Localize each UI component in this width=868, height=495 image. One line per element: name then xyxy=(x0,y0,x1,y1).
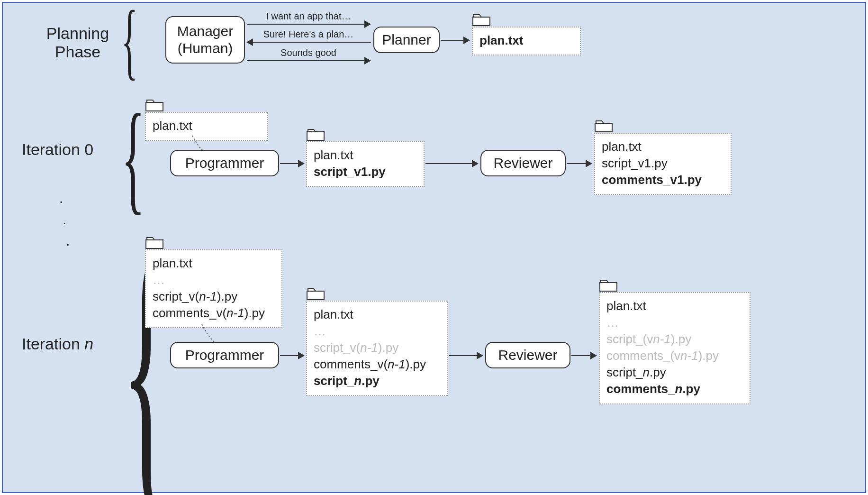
f2: … xyxy=(314,324,326,338)
node-programmer-0: Programmer xyxy=(170,150,279,176)
arrow-msg3-head xyxy=(364,57,371,64)
file-plan-txt: plan.txt xyxy=(479,33,523,47)
planning-label-l2: Phase xyxy=(55,43,100,61)
arrow-msg1 xyxy=(247,24,365,25)
arrow-progn-out xyxy=(280,355,299,356)
f1: plan.txt xyxy=(606,299,646,313)
arrow-rev0-in xyxy=(425,163,473,164)
planner-label: Planner xyxy=(382,31,431,48)
diagram-canvas: Planning Phase { Manager (Human) I want … xyxy=(2,2,866,493)
arrow-msg2 xyxy=(253,42,371,43)
msg-3: Sounds good xyxy=(261,47,356,58)
manager-l2: (Human) xyxy=(178,40,233,56)
filebox-itern-out: plan.txt … script_(vn-1).py comments_(vn… xyxy=(599,292,750,404)
filebox-plan: plan.txt xyxy=(472,27,581,55)
f2: script_v1.py xyxy=(314,165,386,179)
p2: n-1 xyxy=(653,332,671,346)
itern-var: n xyxy=(84,335,93,353)
folder-icon xyxy=(599,278,618,292)
folder-icon xyxy=(145,235,164,249)
arrow-revn-out xyxy=(571,355,591,356)
p1: comments_v( xyxy=(153,306,226,320)
p3: .py xyxy=(650,365,666,379)
filebox-itern-mid: plan.txt … script_v(n-1).py comments_v(n… xyxy=(306,301,448,396)
arrow-prog0-out-head xyxy=(298,160,305,167)
filebox-itern-in: plan.txt … script_v(n-1).py comments_v(n… xyxy=(145,249,282,328)
p1: comments_ xyxy=(606,382,675,396)
p1: script_v( xyxy=(153,289,199,303)
manager-l1: Manager xyxy=(177,23,233,39)
p3: ).py xyxy=(244,306,265,320)
label-itern: Iteration n xyxy=(22,335,93,353)
arrow-msg2-head xyxy=(246,38,253,46)
filebox-iter0-mid: plan.txt script_v1.py xyxy=(306,141,425,187)
arrow-msg3 xyxy=(247,60,365,61)
filebox-iter0-out: plan.txt script_v1.py comments_v1.py xyxy=(594,133,732,195)
p3: .py xyxy=(682,382,700,396)
p2: n-1 xyxy=(360,340,378,355)
p3: ).py xyxy=(406,357,426,371)
node-manager: Manager (Human) xyxy=(165,16,245,64)
arrow-prog0-out xyxy=(280,163,299,164)
arrow-revn-out-head xyxy=(590,352,597,359)
p2: n-1 xyxy=(226,306,244,320)
p2: n xyxy=(354,374,362,388)
arrow-rev0-out xyxy=(567,163,587,164)
f3: comments_v1.py xyxy=(602,173,702,187)
p3: ).py xyxy=(671,332,691,346)
msg-1: I want an app that… xyxy=(261,11,356,22)
label-planning-phase: Planning Phase xyxy=(40,24,116,61)
file-plan: plan.txt xyxy=(153,119,192,133)
arrow-msg1-head xyxy=(364,20,371,28)
node-planner: Planner xyxy=(373,27,440,53)
f1: plan.txt xyxy=(314,148,353,162)
f2: … xyxy=(153,273,165,287)
arrow-revn-in xyxy=(449,355,478,356)
p1: script_ xyxy=(314,374,354,388)
programmer-label-n: Programmer xyxy=(185,347,264,364)
p2: n-1 xyxy=(388,357,406,371)
p3: ).py xyxy=(217,289,237,303)
p3: ).py xyxy=(698,348,719,363)
reviewer-label-n: Reviewer xyxy=(498,347,557,364)
p1: script_v( xyxy=(314,340,360,355)
itern-prefix: Iteration xyxy=(22,335,84,353)
p1: comments_v( xyxy=(314,357,388,371)
node-programmer-n: Programmer xyxy=(170,342,279,368)
f2: … xyxy=(606,315,619,330)
arrow-progn-out-head xyxy=(298,352,305,359)
arrow-rev0-in-head xyxy=(472,160,479,167)
arrow-planner-out-head xyxy=(463,37,470,44)
f1: plan.txt xyxy=(153,256,192,270)
p2: n xyxy=(643,365,650,379)
f1: plan.txt xyxy=(602,139,642,154)
dots-1: . xyxy=(59,190,63,206)
folder-icon xyxy=(594,119,613,133)
f1: plan.txt xyxy=(314,307,353,321)
dots-3: . xyxy=(66,233,70,249)
label-iter0: Iteration 0 xyxy=(22,140,93,159)
f2: script_v1.py xyxy=(602,156,668,170)
folder-icon xyxy=(306,127,325,141)
p2: n-1 xyxy=(680,348,698,363)
folder-icon xyxy=(472,12,491,27)
dots-2: . xyxy=(63,211,66,228)
p3: ).py xyxy=(378,340,398,355)
folder-icon xyxy=(306,286,325,301)
p2: n-1 xyxy=(199,289,217,303)
node-reviewer-0: Reviewer xyxy=(480,150,566,176)
p2: n xyxy=(675,382,683,396)
p1: comments_(v xyxy=(606,348,680,363)
arrow-revn-in-head xyxy=(477,352,483,359)
p1: script_ xyxy=(606,365,643,379)
p3: .py xyxy=(362,374,380,388)
planning-label-l1: Planning xyxy=(46,24,109,42)
arrow-rev0-out-head xyxy=(586,160,592,167)
p1: script_(v xyxy=(606,332,653,346)
brace-planning: { xyxy=(121,0,138,83)
folder-icon xyxy=(145,98,164,112)
programmer-label-0: Programmer xyxy=(185,155,264,172)
reviewer-label-0: Reviewer xyxy=(493,155,552,172)
arrow-planner-out xyxy=(441,40,464,41)
node-reviewer-n: Reviewer xyxy=(485,342,570,368)
